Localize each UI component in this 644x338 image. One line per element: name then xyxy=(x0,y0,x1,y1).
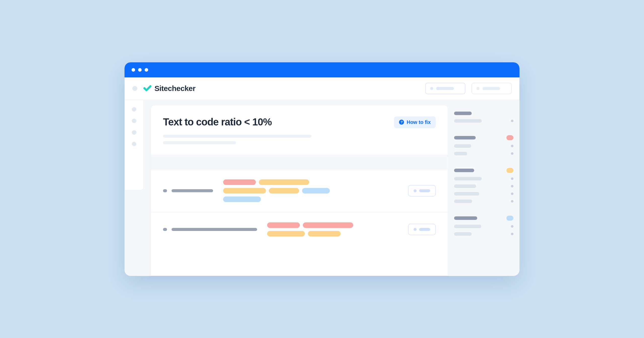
tag-pill xyxy=(267,231,305,236)
tag-pill xyxy=(308,231,341,236)
aside-item[interactable] xyxy=(454,200,513,203)
filter-bar xyxy=(151,155,448,169)
results-list xyxy=(151,169,448,247)
sidebar-item[interactable] xyxy=(132,119,136,123)
brand-name: Sitechecker xyxy=(154,84,195,93)
aside-item[interactable] xyxy=(454,119,513,123)
window-titlebar xyxy=(125,62,519,77)
tag-pill xyxy=(223,188,266,194)
main-panel: Text to code ratio < 10% ? How to fix xyxy=(151,105,448,276)
tag-pill xyxy=(302,188,330,194)
app-window: Sitechecker Text to code ratio < 10% ? H… xyxy=(125,62,519,276)
row-label xyxy=(163,189,213,192)
aside-group xyxy=(454,168,513,207)
header-action-primary[interactable] xyxy=(425,83,465,94)
aside-group xyxy=(454,135,513,159)
row-action-button[interactable] xyxy=(408,185,436,197)
aside-group-header[interactable] xyxy=(454,112,513,115)
row-tags xyxy=(223,179,339,202)
dot-icon xyxy=(511,185,513,187)
dot-icon xyxy=(511,200,513,203)
sidebar-item[interactable] xyxy=(132,142,136,146)
how-to-fix-label: How to fix xyxy=(407,119,431,125)
tag-pill xyxy=(259,179,309,185)
window-maximize-icon[interactable] xyxy=(145,68,148,72)
panel-header: Text to code ratio < 10% ? How to fix xyxy=(151,105,448,155)
aside-item[interactable] xyxy=(454,184,513,188)
aside-item[interactable] xyxy=(454,232,513,236)
row-action-button[interactable] xyxy=(408,224,436,235)
checkmark-icon xyxy=(143,85,151,92)
dot-icon xyxy=(511,192,513,195)
window-close-icon[interactable] xyxy=(132,68,135,72)
app-body: Text to code ratio < 10% ? How to fix xyxy=(125,100,519,276)
dot-icon xyxy=(511,233,513,235)
result-row xyxy=(151,169,448,212)
sidebar-item[interactable] xyxy=(132,107,136,112)
aside-item[interactable] xyxy=(454,192,513,196)
dot-icon xyxy=(476,87,479,90)
result-row xyxy=(151,212,448,247)
aside-item[interactable] xyxy=(454,152,513,155)
sidebar-nav xyxy=(125,100,144,190)
tag-pill xyxy=(223,197,261,202)
sidebar-item[interactable] xyxy=(132,130,136,135)
brand-logo[interactable]: Sitechecker xyxy=(143,84,195,93)
how-to-fix-button[interactable]: ? How to fix xyxy=(394,116,436,128)
tag-pill xyxy=(269,188,299,194)
aside-item[interactable] xyxy=(454,144,513,148)
aside-item[interactable] xyxy=(454,177,513,180)
dot-icon xyxy=(511,225,513,228)
dot-icon xyxy=(511,177,513,180)
aside-group xyxy=(454,112,513,127)
app-header: Sitechecker xyxy=(125,77,519,100)
aside-group xyxy=(454,216,513,240)
description-skeleton xyxy=(163,135,436,144)
aside-group-header[interactable] xyxy=(454,168,513,173)
window-minimize-icon[interactable] xyxy=(138,68,142,72)
placeholder-bar xyxy=(436,87,454,90)
page-title: Text to code ratio < 10% xyxy=(163,116,272,128)
row-tags xyxy=(267,222,383,236)
tag-pill xyxy=(267,222,300,228)
content-area: Text to code ratio < 10% ? How to fix xyxy=(144,100,519,276)
badge-icon xyxy=(506,216,513,221)
badge-icon xyxy=(506,135,513,140)
placeholder-bar xyxy=(482,87,500,90)
dot-icon xyxy=(430,87,433,90)
tag-pill xyxy=(303,222,353,228)
help-icon: ? xyxy=(399,120,404,125)
aside-item[interactable] xyxy=(454,225,513,228)
row-label xyxy=(163,228,257,231)
dot-icon xyxy=(511,145,513,147)
dot-icon xyxy=(511,120,513,122)
right-sidebar xyxy=(454,105,513,276)
menu-icon[interactable] xyxy=(132,86,137,91)
aside-group-header[interactable] xyxy=(454,216,513,221)
dot-icon xyxy=(511,152,513,155)
header-action-secondary[interactable] xyxy=(471,83,512,94)
aside-group-header[interactable] xyxy=(454,135,513,140)
badge-icon xyxy=(506,168,513,173)
tag-pill xyxy=(223,179,256,185)
